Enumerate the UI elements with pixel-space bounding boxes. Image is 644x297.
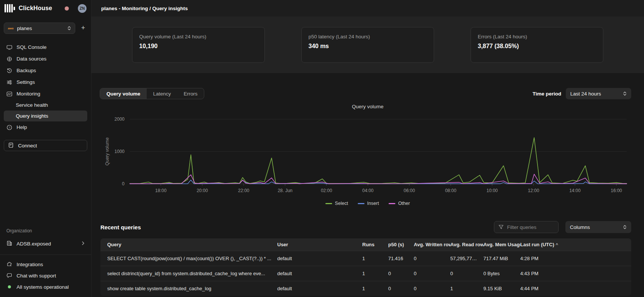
table-row[interactable]: SELECT CAST(round(pow(count() / max(coun… <box>100 251 631 266</box>
filter-funnel-icon <box>498 224 504 230</box>
table-header-row: Query User Runs p50 (s) Avg. Written row… <box>100 238 631 251</box>
service-selector[interactable]: aws planes <box>4 23 75 34</box>
legend-label: Other <box>398 201 410 206</box>
organization-name: ADSB.exposed <box>17 241 51 247</box>
column-header-last-run[interactable]: Last run (UTC)^ <box>520 238 631 251</box>
cell-query[interactable]: select distrinct(query_id) from system.d… <box>100 266 277 281</box>
cell-user: default <box>277 251 362 266</box>
filter-queries-input[interactable]: Filter queries <box>494 221 559 233</box>
stat-label: Errors (Last 24 hours) <box>478 34 596 39</box>
organization-item[interactable]: ADSB.exposed <box>4 238 87 249</box>
stat-value: 3,877 (38.05%) <box>478 43 596 50</box>
stat-label: p50 latency (Last 24 hours) <box>308 34 427 39</box>
filter-placeholder: Filter queries <box>507 224 536 230</box>
column-header-p50[interactable]: p50 (s) <box>388 238 414 251</box>
legend-label: Insert <box>367 201 379 206</box>
table-row[interactable]: show create table system.distributed_cac… <box>100 281 631 296</box>
column-header-avg-mem-usage[interactable]: Avg. Mem Usage <box>483 238 520 251</box>
svg-text:18:00: 18:00 <box>155 188 167 193</box>
organization-icon <box>6 240 12 247</box>
recent-queries-table: Query User Runs p50 (s) Avg. Written row… <box>100 238 631 296</box>
stat-value: 10,190 <box>139 43 258 50</box>
sidebar-item-sql-console[interactable]: SQL Console <box>4 41 87 53</box>
sidebar-item-label: Settings <box>17 79 35 85</box>
legend-item-other[interactable]: Other <box>389 201 410 206</box>
svg-text:08:00: 08:00 <box>445 188 456 193</box>
column-header-query[interactable]: Query <box>100 238 277 251</box>
tab-errors[interactable]: Errors <box>177 88 204 99</box>
cell-user: default <box>277 281 362 296</box>
svg-text:20:00: 20:00 <box>197 188 208 193</box>
settings-sliders-icon <box>6 79 12 85</box>
add-service-button[interactable]: + <box>79 24 87 32</box>
sidebar-divider <box>0 255 91 255</box>
stat-label: Query volume (Last 24 hours) <box>139 34 258 39</box>
sidebar-item-help[interactable]: ? Help <box>4 121 87 133</box>
sidebar-item-label: Query insights <box>16 113 48 119</box>
column-header-avg-written-rows[interactable]: Avg. Written rows <box>414 238 450 251</box>
connect-button[interactable]: Connect <box>4 140 87 151</box>
svg-text:10:00: 10:00 <box>486 188 498 193</box>
chart-title: Query volume <box>91 104 644 111</box>
svg-text:28. Jun: 28. Jun <box>278 188 292 193</box>
svg-text:1000: 1000 <box>114 149 125 154</box>
brand-row: ClickHouse ZN <box>4 0 87 17</box>
sidebar-item-label: Monitoring <box>17 91 40 97</box>
sidebar-item-label: Backups <box>17 68 36 73</box>
cell-last-run: 4:44 PM <box>520 281 631 296</box>
sidebar-item-label: Help <box>17 124 27 130</box>
stat-card-p50-latency: p50 latency (Last 24 hours) 340 ms <box>301 27 434 63</box>
aws-icon: aws <box>8 27 14 30</box>
sidebar-nav: SQL Console Data sources Backups Setting… <box>4 41 87 133</box>
sidebar-item-data-sources[interactable]: Data sources <box>4 53 87 65</box>
tab-query-volume[interactable]: Query volume <box>100 88 147 99</box>
sidebar-item-query-insights[interactable]: Query insights <box>4 111 87 121</box>
table-row[interactable]: select distrinct(query_id) from system.d… <box>100 266 631 281</box>
column-header-user[interactable]: User <box>277 238 362 251</box>
help-icon: ? <box>6 124 12 130</box>
chevron-updown-icon <box>623 91 627 96</box>
legend-item-insert[interactable]: Insert <box>358 201 379 206</box>
cell-query[interactable]: show create table system.distributed_cac… <box>100 281 277 296</box>
tab-latency[interactable]: Latency <box>147 88 177 99</box>
sidebar-item-monitoring[interactable]: Monitoring <box>4 88 87 100</box>
cell-query[interactable]: SELECT CAST(round(pow(count() / max(coun… <box>100 251 277 266</box>
chat-bubble-icon <box>6 273 12 279</box>
console-icon <box>6 44 12 50</box>
legend-item-select[interactable]: Select <box>325 201 348 206</box>
legend-dash <box>389 203 395 204</box>
svg-text:2000: 2000 <box>114 117 125 122</box>
query-volume-chart[interactable]: 01000200018:0020:0022:0028. Jun02:0004:0… <box>91 111 644 197</box>
cell-avg-read-rows: 0 <box>450 266 483 281</box>
user-avatar[interactable]: ZN <box>78 4 87 13</box>
svg-text:?: ? <box>9 126 11 129</box>
sidebar-item-settings[interactable]: Settings <box>4 76 87 88</box>
svg-text:Query volume: Query volume <box>105 137 110 165</box>
system-status-item[interactable]: All systems operational <box>4 281 87 292</box>
cell-avg-written-rows: 0 <box>414 266 450 281</box>
time-period-label: Time period <box>533 91 561 97</box>
cell-avg-mem-usage: 9.15 KiB <box>483 281 520 296</box>
clickhouse-logo-icon <box>5 4 15 12</box>
footer-item-label: Chat with support <box>17 273 56 279</box>
column-header-runs[interactable]: Runs <box>362 238 388 251</box>
svg-text:02:00: 02:00 <box>321 188 332 193</box>
cell-runs: 1 <box>362 281 388 296</box>
backups-icon <box>6 68 12 74</box>
integrations-item[interactable]: Integrations <box>4 259 87 270</box>
time-period-select[interactable]: Last 24 hours <box>566 88 631 99</box>
service-selector-value: planes <box>17 26 64 31</box>
chart-block: Query volume 01000200018:0020:0022:0028.… <box>91 104 644 206</box>
svg-text:0: 0 <box>122 181 125 186</box>
legend-dash <box>358 203 365 204</box>
chevron-right-icon <box>82 241 85 247</box>
columns-select[interactable]: Columns <box>565 221 631 233</box>
stat-card-errors: Errors (Last 24 hours) 3,877 (38.05%) <box>471 27 603 63</box>
sidebar-item-backups[interactable]: Backups <box>4 65 87 76</box>
column-header-avg-read-rows[interactable]: Avg. Read rows <box>450 238 483 251</box>
cell-avg-written-rows: 0 <box>414 251 450 266</box>
cell-user: default <box>277 266 362 281</box>
sidebar-item-service-health[interactable]: Service health <box>4 100 87 111</box>
app-window: ClickHouse ZN aws planes + SQL Console D… <box>0 0 644 297</box>
chat-with-support-item[interactable]: Chat with support <box>4 270 87 281</box>
